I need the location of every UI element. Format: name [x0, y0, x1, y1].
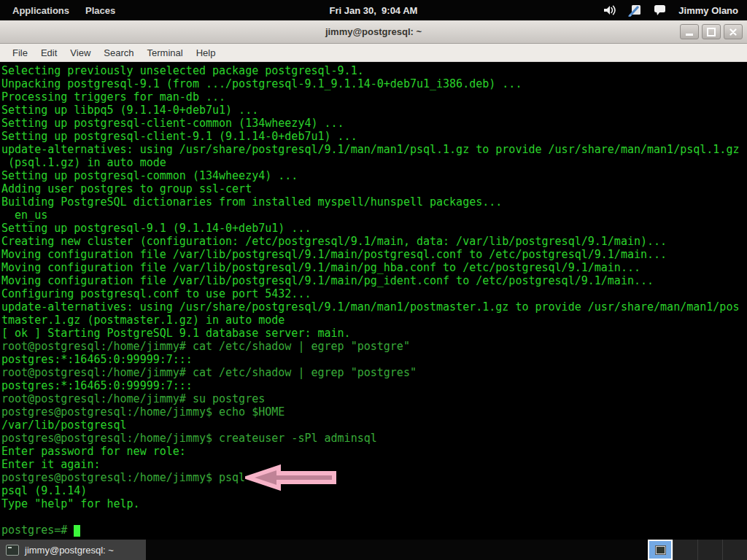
minimize-button[interactable] [680, 24, 699, 39]
panel-menus: ApplicationsPlaces [0, 5, 123, 16]
terminal-line: Setting up postgresql-common (134wheezy4… [1, 169, 747, 182]
workspace-switcher [648, 540, 747, 560]
terminal-line: Building PostgreSQL dictionaries from in… [1, 195, 747, 209]
terminal-line: postgres@postgresql:/home/jimmy$ echo $H… [1, 405, 747, 419]
workspace-1[interactable] [648, 540, 673, 560]
menu-help[interactable]: Help [190, 47, 222, 58]
chat-bubble-icon[interactable] [654, 4, 667, 16]
close-button[interactable] [724, 24, 743, 39]
terminal-line: Moving configuration file /var/lib/postg… [1, 274, 747, 287]
terminal-icon [6, 545, 19, 556]
menu-view[interactable]: View [63, 47, 97, 58]
menu-file[interactable]: File [6, 47, 34, 58]
terminal-line: Processing triggers for man-db ... [1, 90, 747, 104]
maximize-button[interactable] [702, 24, 721, 39]
workspace-3[interactable] [697, 540, 722, 560]
terminal-line: Setting up postgresql-client-9.1 (9.1.14… [1, 130, 747, 143]
terminal-line: Enter it again: [1, 458, 747, 471]
terminal-window: jimmy@postgresql: ~ FileEditViewSearchTe… [0, 20, 747, 540]
terminal-line: Moving configuration file /var/lib/postg… [1, 261, 747, 274]
volume-icon[interactable] [603, 4, 616, 16]
terminal-line: root@postgresql:/home/jimmy# su postgres [1, 392, 747, 405]
menu-search[interactable]: Search [97, 47, 140, 58]
terminal-line: update-alternatives: using /usr/share/po… [1, 143, 747, 156]
terminal-line: postgres:*:16465:0:99999:7::: [1, 379, 747, 392]
terminal-line: Unpacking postgresql-9.1 (from .../postg… [1, 77, 747, 90]
terminal-line: Creating new cluster (configuration: /et… [1, 235, 747, 248]
bottom-panel: jimmy@postgresql: ~ [0, 540, 747, 560]
taskbar-window-label: jimmy@postgresql: ~ [25, 545, 114, 556]
terminal-line: tmaster.1.gz (postmaster.1.gz) in auto m… [1, 314, 747, 327]
status-area: Jimmy Olano [603, 4, 747, 17]
top-panel: ApplicationsPlaces Fri Jan 30, 9:04 AM [0, 0, 747, 20]
panel-menu-applications[interactable]: Applications [4, 5, 77, 16]
workspace-4[interactable] [722, 540, 747, 560]
taskbar-window-button[interactable]: jimmy@postgresql: ~ [0, 540, 146, 560]
terminal-line: root@postgresql:/home/jimmy# cat /etc/sh… [1, 366, 747, 379]
maximize-icon [707, 28, 716, 36]
user-menu[interactable]: Jimmy Olano [678, 5, 738, 16]
terminal-menubar: FileEditViewSearchTerminalHelp [0, 44, 747, 62]
terminal-line: Adding user postgres to group ssl-cert [1, 182, 747, 195]
terminal-line: Setting up postgresql-client-common (134… [1, 117, 747, 130]
menu-terminal[interactable]: Terminal [141, 47, 190, 58]
terminal-line: update-alternatives: using /usr/share/po… [1, 300, 747, 314]
minimize-icon [686, 34, 693, 36]
terminal-line: root@postgresql:/home/jimmy# cat /etc/sh… [1, 340, 747, 353]
terminal-line: postgres@postgresql:/home/jimmy$ psql [1, 471, 747, 484]
terminal-line: Type "help" for help. [1, 497, 747, 510]
terminal-line [1, 510, 747, 524]
terminal-line: Selecting previously unselected package … [1, 64, 747, 77]
input-pen-icon[interactable] [628, 4, 642, 17]
terminal-line: Setting up postgresql-9.1 (9.1.14-0+deb7… [1, 222, 747, 235]
terminal-line: Setting up libpq5 (9.1.14-0+deb7u1) ... [1, 104, 747, 117]
terminal-line: /var/lib/postgresql [1, 419, 747, 432]
terminal-line: en_us [1, 209, 747, 222]
terminal-output: Selecting previously unselected package … [0, 63, 747, 537]
terminal-line: (psql.1.gz) in auto mode [1, 156, 747, 169]
annotation-arrow-icon [245, 464, 338, 491]
terminal-line: Configuring postgresql.conf to use port … [1, 287, 747, 300]
menu-edit[interactable]: Edit [34, 47, 63, 58]
terminal-line: Enter password for new role: [1, 445, 747, 458]
terminal-line: psql (9.1.14) [1, 484, 747, 497]
window-controls [680, 24, 743, 39]
terminal-screen[interactable]: Selecting previously unselected package … [0, 63, 747, 540]
terminal-line: [ ok ] Starting PostgreSQL 9.1 database … [1, 327, 747, 340]
workspace-2[interactable] [673, 540, 697, 560]
terminal-line: postgres@postgresql:/home/jimmy$ createu… [1, 432, 747, 445]
terminal-line: Moving configuration file /var/lib/postg… [1, 248, 747, 261]
window-titlebar[interactable]: jimmy@postgresql: ~ [0, 20, 747, 44]
window-title: jimmy@postgresql: ~ [325, 26, 422, 37]
terminal-line: postgres=# [1, 524, 747, 537]
terminal-cursor [74, 525, 80, 537]
panel-menu-places[interactable]: Places [77, 5, 123, 16]
workspace-window-thumbnail [655, 545, 666, 555]
close-icon [729, 28, 737, 36]
terminal-line: postgres:*:16465:0:99999:7::: [1, 353, 747, 366]
